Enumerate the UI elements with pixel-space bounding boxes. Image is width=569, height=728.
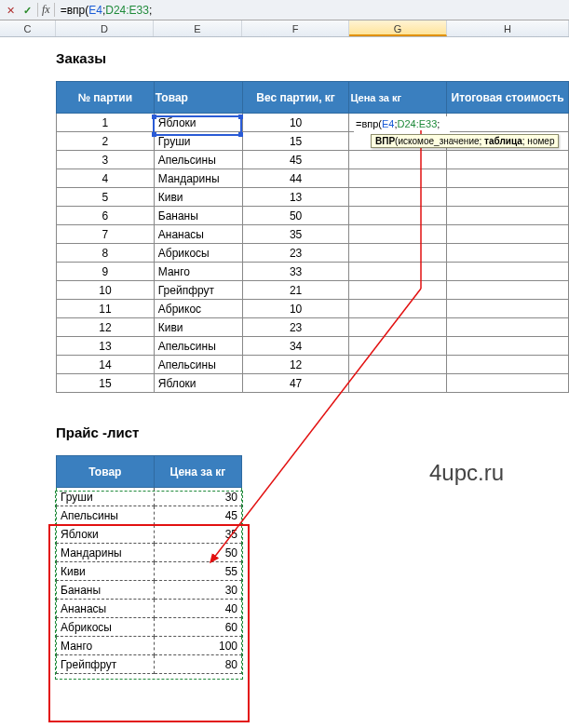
cell-total[interactable] [447,374,569,393]
cell-price[interactable] [349,318,447,337]
cell-product[interactable]: Грейпфрут [57,655,155,674]
cell-product[interactable]: Апельсины [154,337,242,356]
cell-num[interactable]: 6 [57,207,155,225]
table-row[interactable]: 7Ананасы35 [57,225,569,244]
cell-product[interactable]: Абрикосы [57,618,155,637]
cell-product[interactable]: Апельсины [154,151,242,169]
cell-weight[interactable]: 35 [242,225,349,244]
cell-product[interactable]: Апельсины [154,356,242,374]
col-header-H[interactable]: H [447,20,569,36]
worksheet[interactable]: Заказы № партии Товар Вес партии, кг Цен… [0,37,569,674]
col-header-C[interactable]: C [0,20,56,36]
cell-weight[interactable]: 13 [242,188,349,207]
cell-price[interactable] [349,244,447,263]
cell-product[interactable]: Бананы [57,581,155,600]
cell-product[interactable]: Манго [154,263,242,281]
cell-product[interactable]: Апельсины [57,506,155,525]
cell-product[interactable]: Яблоки [154,114,242,132]
col-header-F[interactable]: F [242,20,349,36]
cell-price[interactable] [349,151,447,169]
cell-product[interactable]: Манго [57,637,155,655]
cell-price[interactable] [349,374,447,393]
cell-weight[interactable]: 34 [242,337,349,356]
cell-product[interactable]: Абрикосы [154,244,242,263]
cell-num[interactable]: 12 [57,318,155,337]
cell-product[interactable]: Груши [154,132,242,151]
table-row[interactable]: 14Апельсины12 [57,356,569,374]
table-row[interactable]: Груши30 [57,488,242,506]
cell-product[interactable]: Груши [57,488,155,506]
table-row[interactable]: 5Киви13 [57,188,569,207]
cell-num[interactable]: 9 [57,263,155,281]
table-row[interactable]: 3Апельсины45 [57,151,569,169]
table-row[interactable]: Апельсины45 [57,506,242,525]
cell-price[interactable]: 50 [154,544,241,562]
table-row[interactable]: 8Абрикосы23 [57,244,569,263]
table-row[interactable]: Бананы30 [57,581,242,600]
cell-weight[interactable]: 33 [242,263,349,281]
cell-product[interactable]: Грейпфрут [154,281,242,300]
cell-total[interactable] [447,114,569,132]
table-row[interactable]: Киви55 [57,562,242,581]
cell-product[interactable]: Мандарины [57,544,155,562]
cancel-icon[interactable]: ✕ [2,2,19,19]
col-header-E[interactable]: E [154,20,242,36]
cell-total[interactable] [447,225,569,244]
cell-num[interactable]: 13 [57,337,155,356]
cell-total[interactable] [447,337,569,356]
cell-product[interactable]: Ананасы [57,600,155,618]
cell-total[interactable] [447,244,569,263]
cell-price[interactable]: 40 [154,600,241,618]
table-row[interactable]: 4Мандарины44 [57,169,569,188]
cell-num[interactable]: 2 [57,132,155,151]
cell-num[interactable]: 5 [57,188,155,207]
cell-price[interactable] [349,188,447,207]
cell-product[interactable]: Киви [154,318,242,337]
cell-price[interactable]: 35 [154,525,241,544]
cell-num[interactable]: 7 [57,225,155,244]
table-row[interactable]: 1Яблоки10 [57,114,569,132]
cell-weight[interactable]: 45 [242,151,349,169]
cell-weight[interactable]: 12 [242,356,349,374]
col-header-G[interactable]: G [349,20,447,36]
table-row[interactable]: Мандарины50 [57,544,242,562]
cell-price[interactable] [349,207,447,225]
cell-weight[interactable]: 23 [242,318,349,337]
table-row[interactable]: 10Грейпфрут21 [57,281,569,300]
table-row[interactable]: Манго100 [57,637,242,655]
table-row[interactable]: Грейпфрут80 [57,655,242,674]
cell-total[interactable] [447,169,569,188]
cell-price[interactable] [349,337,447,356]
cell-weight[interactable]: 10 [242,300,349,318]
cell-product[interactable]: Киви [154,188,242,207]
cell-price[interactable]: 100 [154,637,241,655]
cell-total[interactable] [447,151,569,169]
cell-num[interactable]: 1 [57,114,155,132]
cell-product[interactable]: Мандарины [154,169,242,188]
cell-weight[interactable]: 23 [242,244,349,263]
cell-num[interactable]: 10 [57,281,155,300]
cell-price[interactable]: 30 [154,581,241,600]
fx-icon[interactable]: fx [37,3,55,17]
col-header-D[interactable]: D [56,20,154,36]
cell-num[interactable]: 4 [57,169,155,188]
table-row[interactable]: 11Абрикос10 [57,300,569,318]
cell-num[interactable]: 3 [57,151,155,169]
cell-product[interactable]: Яблоки [57,525,155,544]
table-row[interactable]: Яблоки35 [57,525,242,544]
cell-total[interactable] [447,263,569,281]
cell-weight[interactable]: 44 [242,169,349,188]
enter-icon[interactable]: ✓ [19,2,35,19]
cell-total[interactable] [447,300,569,318]
cell-price[interactable] [349,169,447,188]
cell-num[interactable]: 11 [57,300,155,318]
cell-num[interactable]: 8 [57,244,155,263]
cell-num[interactable]: 15 [57,374,155,393]
cell-weight[interactable]: 47 [242,374,349,393]
cell-price[interactable]: 60 [154,618,241,637]
table-row[interactable]: 15Яблоки47 [57,374,569,393]
cell-product[interactable]: Яблоки [154,374,242,393]
cell-total[interactable] [447,188,569,207]
cell-price[interactable]: 55 [154,562,241,581]
cell-product[interactable]: Киви [57,562,155,581]
